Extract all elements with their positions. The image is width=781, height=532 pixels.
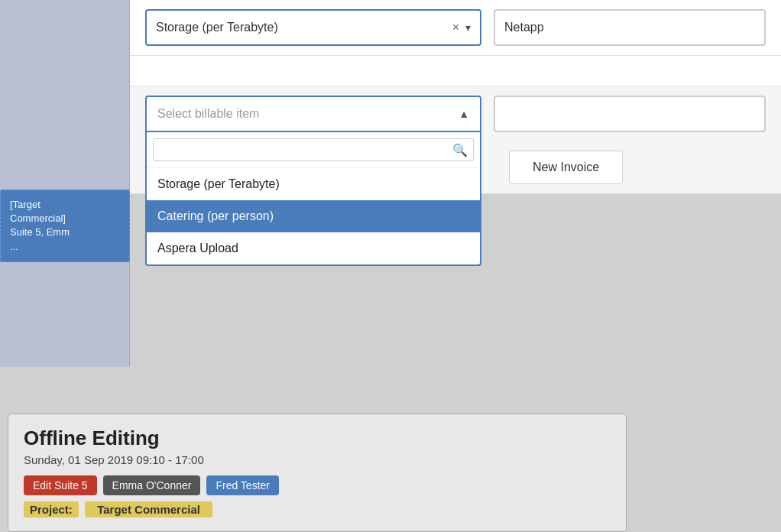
secondary-input[interactable] bbox=[494, 96, 766, 132]
dropdown-menu: 🔍 Storage (per Terabyte) Catering (per p… bbox=[145, 132, 481, 266]
event-project: Project: Target Commercial bbox=[24, 503, 611, 516]
tag-edit-suite[interactable]: Edit Suite 5 bbox=[24, 475, 97, 495]
event-title: Offline Editing bbox=[24, 427, 611, 450]
tag-fred[interactable]: Fred Tester bbox=[206, 475, 279, 495]
selected-item-label: Storage (per Terabyte) bbox=[156, 21, 452, 34]
modal-top-row: Storage (per Terabyte) × ▾ bbox=[130, 0, 781, 56]
dropdown-chevron-down-icon: ▾ bbox=[465, 21, 471, 34]
dropdown-chevron-up-icon: ▲ bbox=[459, 108, 469, 120]
event-card: Offline Editing Sunday, 01 Sep 2019 09:1… bbox=[8, 414, 627, 532]
remove-item-button[interactable]: × bbox=[452, 21, 459, 34]
project-label: Project: bbox=[24, 501, 79, 517]
sidebar-panel: [Target Commercial] Suite 5, Emm ... bbox=[0, 0, 130, 367]
dropdown-option-catering[interactable]: Catering (per person) bbox=[147, 200, 480, 232]
modal-spacer-row bbox=[130, 56, 781, 86]
event-tags: Edit Suite 5 Emma O'Conner Fred Tester bbox=[24, 475, 611, 495]
dropdown-placeholder: Select billable item bbox=[157, 107, 459, 121]
event-time: Sunday, 01 Sep 2019 09:10 - 17:00 bbox=[24, 453, 611, 466]
new-invoice-button[interactable]: New Invoice bbox=[509, 151, 623, 184]
project-name: Target Commercial bbox=[85, 501, 212, 517]
modal-panel: Storage (per Terabyte) × ▾ Select billab… bbox=[130, 0, 781, 194]
sidebar-item-text: [Target Commercial] Suite 5, Emm ... bbox=[10, 199, 70, 252]
search-icon: 🔍 bbox=[452, 143, 468, 157]
selected-item-tag[interactable]: Storage (per Terabyte) × ▾ bbox=[145, 9, 481, 46]
billable-item-dropdown-trigger[interactable]: Select billable item ▲ bbox=[145, 96, 481, 132]
dropdown-search-input[interactable] bbox=[153, 138, 474, 161]
dropdown-option-aspera[interactable]: Aspera Upload bbox=[147, 232, 480, 264]
dropdown-option-storage[interactable]: Storage (per Terabyte) bbox=[147, 168, 480, 200]
vendor-input[interactable] bbox=[494, 9, 766, 46]
sidebar-calendar-item[interactable]: [Target Commercial] Suite 5, Emm ... bbox=[0, 190, 130, 262]
billable-item-dropdown-container: Select billable item ▲ 🔍 Storage (per Te… bbox=[145, 96, 481, 132]
dropdown-search-area: 🔍 bbox=[147, 132, 480, 168]
tag-emma[interactable]: Emma O'Conner bbox=[103, 475, 201, 495]
modal-dropdown-row: Select billable item ▲ 🔍 Storage (per Te… bbox=[130, 86, 781, 141]
